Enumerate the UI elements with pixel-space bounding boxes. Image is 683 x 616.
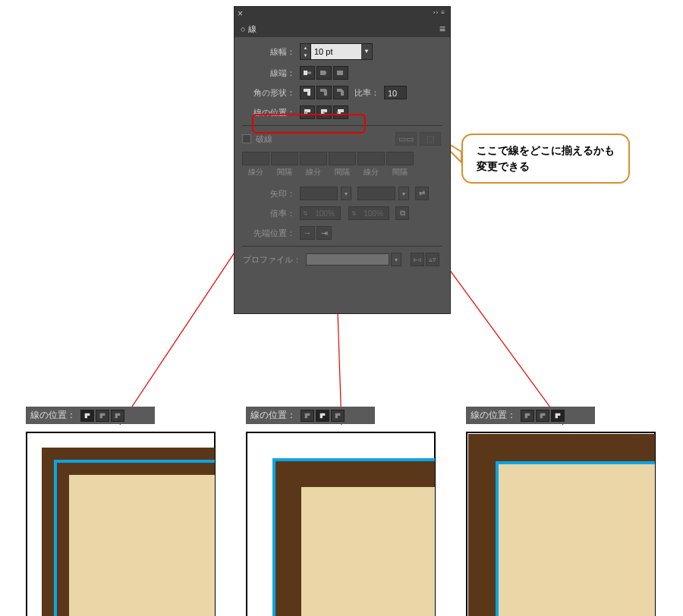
svg-rect-6 (305, 112, 307, 115)
example-canvas (26, 432, 216, 616)
corner-row: 角の形状： 比率： 10 (242, 86, 442, 99)
scale-start-input[interactable]: ⇅100% (300, 206, 341, 220)
stroke-width-label: 線幅： (242, 46, 295, 58)
flip-vertical-icon[interactable]: ▵▿ (426, 253, 439, 266)
close-icon[interactable]: × (238, 8, 243, 19)
dash-gap-3[interactable] (386, 152, 414, 165)
svg-rect-4 (307, 72, 311, 74)
example-align-center: 線の位置： (26, 407, 216, 616)
align-center-icon[interactable] (521, 410, 534, 422)
profile-dropdown[interactable] (306, 253, 389, 266)
example-header: 線の位置： (26, 407, 155, 424)
callout-line-2: 変更できる (477, 159, 615, 174)
corner-bevel-icon[interactable] (333, 86, 348, 99)
divider (242, 246, 442, 247)
panel-tabbar: ◇ 線 ≡ (234, 20, 450, 37)
examples-row: 線の位置： 線の位置： 線の位置 (26, 407, 656, 616)
align-center-icon[interactable] (300, 105, 315, 119)
panel-title[interactable]: 線 (248, 24, 257, 35)
chevron-down-icon[interactable]: ▾ (341, 187, 351, 200)
dash-seg-1[interactable] (242, 152, 269, 165)
ratio-input[interactable]: 10 (384, 86, 407, 99)
chevron-down-icon[interactable]: ▾ (391, 253, 401, 266)
dashed-label: 破線 (256, 134, 272, 145)
stroke-width-dropdown-icon[interactable]: ▼ (361, 44, 372, 59)
align-inside-icon[interactable] (316, 410, 329, 422)
swap-arrows-icon[interactable]: ⇄ (415, 187, 429, 200)
align-stroke-row: 線の位置： (242, 105, 442, 119)
dash-gap-1[interactable] (271, 152, 298, 165)
tip-row: 先端位置： → ⇥ (242, 226, 442, 240)
example-header: 線の位置： (466, 407, 595, 424)
align-outside-icon[interactable] (331, 410, 345, 422)
example-canvas (246, 432, 436, 616)
dash-inputs (242, 152, 442, 165)
dash-seg-3[interactable] (357, 152, 385, 165)
scale-row: 倍率： ⇅100% ⇅100% ⧉ (242, 206, 442, 220)
example-header: 線の位置： (246, 407, 375, 424)
cap-round-icon[interactable] (316, 66, 332, 80)
align-inside-icon[interactable] (316, 105, 332, 119)
tip-flush-icon[interactable]: ⇥ (316, 226, 332, 240)
dash-column-labels: 線分間隔 線分間隔 線分間隔 (242, 167, 442, 178)
profile-label: プロファイル： (242, 254, 301, 266)
dash-preserve-exact-icon[interactable]: ▭▭ (395, 132, 417, 146)
dashed-checkbox[interactable] (242, 134, 251, 143)
panel-menu-icon[interactable]: ≡ (439, 23, 445, 35)
tip-label: 先端位置： (242, 228, 295, 239)
cap-butt-icon[interactable] (300, 66, 315, 80)
align-inside-icon[interactable] (96, 410, 109, 422)
dash-gap-2[interactable] (329, 152, 356, 165)
stroke-width-row: 線幅： ▲▼ 10 pt ▼ (242, 43, 442, 60)
align-outside-icon[interactable] (551, 410, 565, 422)
corner-miter-icon[interactable] (300, 86, 315, 99)
arrow-label: 矢印： (242, 188, 295, 200)
stroke-width-spinner[interactable]: ▲▼ 10 pt ▼ (300, 43, 373, 60)
panel-titlebar: × ›› ≡ (234, 7, 450, 20)
corner-label: 角の形状： (242, 87, 295, 99)
corner-round-icon[interactable] (316, 86, 332, 99)
align-outside-icon[interactable] (111, 410, 124, 422)
scale-end-input[interactable]: ⇅100% (348, 206, 389, 220)
dash-preserve-corners-icon[interactable]: ⬚ (420, 132, 441, 146)
panel-grip-icon[interactable]: ›› ≡ (433, 9, 445, 16)
tab-prev-icon[interactable]: ◇ (241, 26, 245, 33)
callout-bubble: ここで線をどこに揃えるかも 変更できる (461, 134, 630, 184)
example-align-outside: 線の位置： (466, 407, 656, 616)
flip-horizontal-icon[interactable]: ▹◃ (411, 253, 424, 266)
tip-extend-icon[interactable]: → (300, 226, 315, 240)
stroke-panel: × ›› ≡ ◇ 線 ≡ 線幅： ▲▼ 10 pt ▼ 線端： 角の形状： (234, 6, 451, 314)
spinner-arrows-icon[interactable]: ▲▼ (301, 44, 311, 59)
profile-row: プロファイル： ▾ ▹◃ ▵▿ (242, 253, 442, 266)
dashed-row: 破線 ▭▭ ⬚ (242, 132, 442, 146)
align-center-icon[interactable] (80, 410, 94, 422)
align-center-icon[interactable] (301, 410, 314, 422)
arrow-start-dropdown[interactable] (300, 187, 338, 200)
example-canvas (466, 432, 656, 616)
scale-label: 倍率： (242, 208, 295, 219)
link-scale-icon[interactable]: ⧉ (395, 206, 409, 220)
align-outside-icon[interactable] (333, 105, 348, 119)
svg-rect-8 (337, 112, 338, 115)
cap-row: 線端： (242, 66, 442, 80)
ratio-label: 比率： (354, 87, 379, 99)
svg-rect-7 (323, 112, 325, 115)
svg-rect-5 (337, 71, 343, 75)
dash-seg-2[interactable] (300, 152, 327, 165)
arrow-row: 矢印： ▾ ▾ ⇄ (242, 187, 442, 200)
chevron-down-icon[interactable]: ▾ (398, 187, 409, 200)
arrow-end-dropdown[interactable] (357, 187, 395, 200)
stroke-width-input[interactable]: 10 pt (311, 44, 361, 59)
example-align-inside: 線の位置： (246, 407, 436, 616)
align-inside-icon[interactable] (536, 410, 549, 422)
svg-rect-3 (304, 71, 307, 75)
cap-label: 線端： (242, 68, 295, 79)
divider (242, 125, 442, 126)
callout-line-1: ここで線をどこに揃えるかも (477, 143, 615, 159)
cap-projecting-icon[interactable] (333, 66, 348, 80)
align-stroke-label: 線の位置： (242, 107, 295, 118)
